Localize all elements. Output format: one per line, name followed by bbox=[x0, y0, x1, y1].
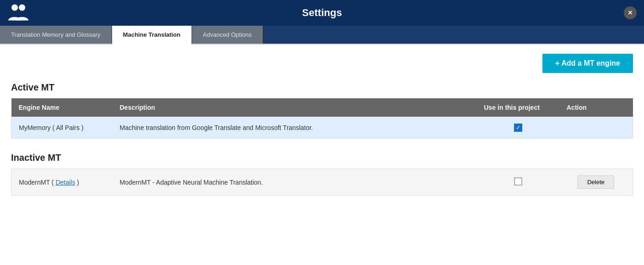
add-engine-row: + Add a MT engine bbox=[11, 54, 633, 73]
tabs-bar: Translation Memory and Glossary Machine … bbox=[0, 26, 644, 45]
col-header-action: Action bbox=[559, 98, 633, 117]
inactive-mt-table: ModernMT ( Details ) ModernMT - Adaptive… bbox=[11, 169, 633, 196]
active-action-cell bbox=[559, 117, 633, 139]
active-mt-header-row: Engine Name Description Use in this proj… bbox=[11, 98, 633, 117]
table-row: ModernMT ( Details ) ModernMT - Adaptive… bbox=[11, 169, 633, 196]
main-content: + Add a MT engine Active MT Engine Name … bbox=[0, 45, 644, 219]
close-button[interactable]: × bbox=[624, 6, 637, 19]
active-engine-name: MyMemory ( All Pairs ) bbox=[11, 117, 113, 139]
inactive-action-cell: Delete bbox=[559, 169, 633, 196]
tab-machine-translation[interactable]: Machine Translation bbox=[112, 26, 192, 45]
details-link[interactable]: Details bbox=[56, 179, 75, 186]
inactive-engine-name: ModernMT ( Details ) bbox=[11, 169, 113, 196]
inactive-use-checkbox-cell bbox=[477, 169, 559, 196]
inactive-mt-title: Inactive MT bbox=[11, 152, 633, 163]
table-row: MyMemory ( All Pairs ) Machine translati… bbox=[11, 117, 633, 139]
active-use-checkbox-cell: ✓ bbox=[477, 117, 559, 139]
inactive-engine-description: ModernMT - Adaptive Neural Machine Trans… bbox=[113, 169, 477, 196]
inactive-use-checkbox[interactable] bbox=[514, 177, 522, 186]
active-mt-title: Active MT bbox=[11, 82, 633, 93]
tab-advanced-options[interactable]: Advanced Options bbox=[192, 26, 263, 44]
logo bbox=[7, 3, 29, 23]
use-in-project-checkbox[interactable]: ✓ bbox=[514, 124, 522, 132]
add-mt-engine-button[interactable]: + Add a MT engine bbox=[542, 54, 633, 73]
header: Settings × bbox=[0, 0, 644, 26]
svg-point-1 bbox=[19, 5, 25, 11]
active-mt-table: Engine Name Description Use in this proj… bbox=[11, 98, 633, 139]
col-header-use-in-project: Use in this project bbox=[477, 98, 559, 117]
svg-point-0 bbox=[11, 5, 18, 11]
col-header-engine-name: Engine Name bbox=[11, 98, 113, 117]
delete-button[interactable]: Delete bbox=[577, 175, 614, 189]
page-title: Settings bbox=[302, 7, 342, 19]
tab-translation-memory[interactable]: Translation Memory and Glossary bbox=[0, 26, 112, 44]
col-header-description: Description bbox=[113, 98, 477, 117]
active-engine-description: Machine translation from Google Translat… bbox=[113, 117, 477, 139]
